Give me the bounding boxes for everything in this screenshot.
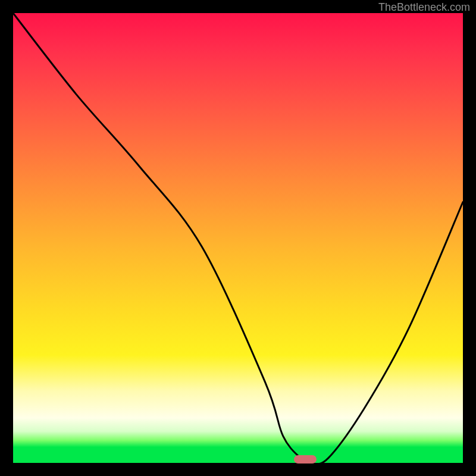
chart-container: TheBottleneck.com	[0, 0, 476, 476]
bottleneck-curve	[13, 13, 463, 463]
curve-path	[13, 13, 463, 464]
watermark-text: TheBottleneck.com	[378, 1, 470, 14]
plot-area	[13, 13, 463, 463]
optimum-marker	[294, 455, 317, 464]
